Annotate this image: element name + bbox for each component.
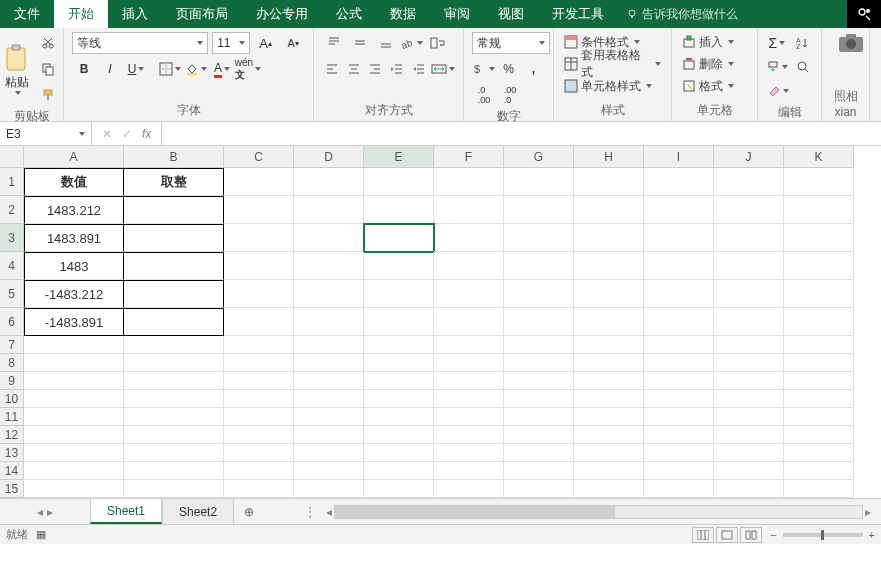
cell[interactable] — [784, 354, 854, 372]
cell[interactable] — [504, 252, 574, 280]
number-format-combo[interactable]: 常规 — [472, 32, 550, 54]
cancel-formula-button[interactable]: ✕ — [102, 127, 112, 141]
format-cells-button[interactable]: 格式 — [680, 76, 749, 96]
cell[interactable] — [574, 168, 644, 196]
col-header[interactable]: G — [504, 146, 574, 168]
zoom-in-button[interactable]: + — [869, 529, 875, 541]
align-center-button[interactable] — [344, 58, 364, 80]
cell[interactable] — [574, 480, 644, 498]
cell[interactable] — [644, 480, 714, 498]
cell[interactable] — [714, 252, 784, 280]
cell[interactable] — [644, 252, 714, 280]
cell[interactable] — [574, 196, 644, 224]
cell[interactable] — [574, 252, 644, 280]
row-header[interactable]: 2 — [0, 196, 24, 224]
col-header[interactable]: J — [714, 146, 784, 168]
col-header[interactable]: C — [224, 146, 294, 168]
cell[interactable] — [224, 224, 294, 252]
cell[interactable] — [714, 308, 784, 336]
tab-file[interactable]: 文件 — [0, 0, 54, 28]
decrease-decimal-button[interactable]: .00.0 — [498, 84, 522, 106]
insert-cells-button[interactable]: 插入 — [680, 32, 749, 52]
cell[interactable] — [434, 308, 504, 336]
horizontal-scrollbar[interactable]: ◂ ▸ — [316, 505, 881, 519]
cell[interactable] — [294, 408, 364, 426]
cell[interactable] — [224, 280, 294, 308]
cell[interactable] — [24, 426, 124, 444]
cell[interactable] — [644, 336, 714, 354]
tell-me[interactable]: 告诉我你想做什么 — [626, 0, 738, 28]
cell[interactable] — [714, 444, 784, 462]
delete-cells-button[interactable]: 删除 — [680, 54, 749, 74]
cell[interactable] — [574, 426, 644, 444]
currency-button[interactable]: $ — [472, 58, 495, 80]
cell[interactable] — [644, 390, 714, 408]
cell[interactable] — [574, 372, 644, 390]
cell[interactable] — [124, 444, 224, 462]
copy-button[interactable] — [36, 58, 60, 80]
percent-button[interactable]: % — [497, 58, 520, 80]
cell[interactable] — [714, 224, 784, 252]
row-header[interactable]: 13 — [0, 444, 24, 462]
cell[interactable] — [714, 354, 784, 372]
cell[interactable] — [294, 354, 364, 372]
font-name-combo[interactable]: 等线 — [72, 32, 208, 54]
cell[interactable] — [714, 426, 784, 444]
cell[interactable] — [24, 336, 124, 354]
cell[interactable] — [504, 280, 574, 308]
tab-page-layout[interactable]: 页面布局 — [162, 0, 242, 28]
cell[interactable] — [224, 372, 294, 390]
cell[interactable] — [434, 426, 504, 444]
merge-button[interactable] — [431, 58, 455, 80]
comma-button[interactable]: , — [522, 58, 545, 80]
cell[interactable] — [224, 168, 294, 196]
zoom-control[interactable]: − + — [770, 529, 875, 541]
cell[interactable] — [124, 336, 224, 354]
row-header[interactable]: 7 — [0, 336, 24, 354]
cell[interactable] — [714, 462, 784, 480]
cell[interactable] — [434, 168, 504, 196]
row-header[interactable]: 9 — [0, 372, 24, 390]
cell[interactable] — [294, 252, 364, 280]
col-header[interactable]: D — [294, 146, 364, 168]
cell[interactable] — [574, 354, 644, 372]
zoom-out-button[interactable]: − — [770, 529, 776, 541]
align-bottom-button[interactable] — [374, 32, 398, 54]
cell[interactable] — [224, 196, 294, 224]
cell[interactable]: 1483 — [24, 252, 124, 280]
cell[interactable] — [24, 462, 124, 480]
cell[interactable] — [434, 196, 504, 224]
cell[interactable] — [504, 372, 574, 390]
add-sheet-button[interactable]: ⊕ — [234, 505, 264, 519]
col-header[interactable]: F — [434, 146, 504, 168]
cell[interactable] — [124, 354, 224, 372]
select-all-corner[interactable] — [0, 146, 24, 168]
find-button[interactable] — [792, 56, 813, 78]
cell[interactable] — [574, 390, 644, 408]
cell[interactable] — [644, 196, 714, 224]
cell[interactable] — [434, 372, 504, 390]
cell[interactable] — [434, 480, 504, 498]
cell[interactable] — [124, 308, 224, 336]
cell[interactable] — [574, 336, 644, 354]
align-right-button[interactable] — [366, 58, 386, 80]
cell[interactable] — [364, 336, 434, 354]
col-header[interactable]: H — [574, 146, 644, 168]
cell[interactable] — [24, 390, 124, 408]
fill-color-button[interactable] — [184, 58, 208, 80]
col-header[interactable]: A — [24, 146, 124, 168]
cell[interactable] — [224, 480, 294, 498]
cell[interactable] — [124, 280, 224, 308]
cell[interactable] — [24, 480, 124, 498]
decrease-indent-button[interactable] — [387, 58, 407, 80]
row-header[interactable]: 14 — [0, 462, 24, 480]
cell[interactable] — [24, 408, 124, 426]
cell[interactable] — [24, 372, 124, 390]
cell[interactable] — [784, 308, 854, 336]
cell[interactable] — [224, 308, 294, 336]
cell[interactable] — [24, 444, 124, 462]
table-format-button[interactable]: 套用表格格式 — [562, 54, 663, 74]
tab-data[interactable]: 数据 — [376, 0, 430, 28]
cell[interactable] — [574, 280, 644, 308]
cell[interactable]: 数值 — [24, 168, 124, 196]
